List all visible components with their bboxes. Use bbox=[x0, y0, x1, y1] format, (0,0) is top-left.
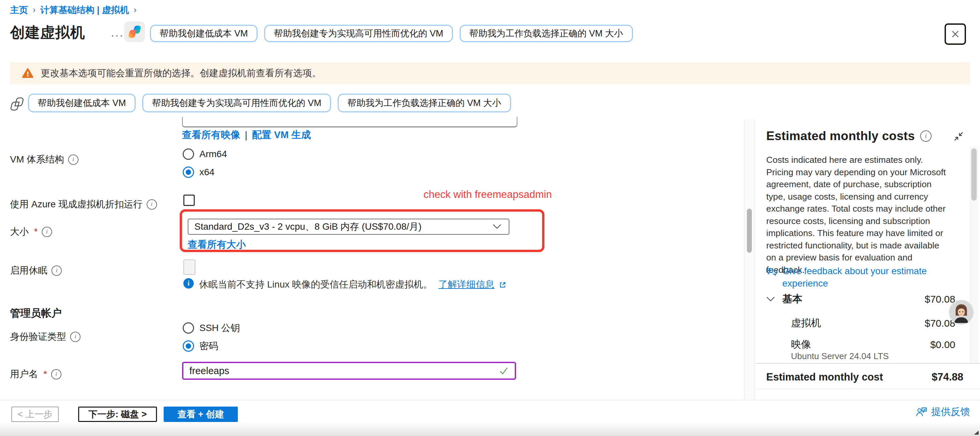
info-icon[interactable]: i bbox=[51, 265, 62, 276]
external-link-icon bbox=[499, 281, 506, 289]
spot-discount-label-text: 使用 Azure 现成虚拟机折扣运行 bbox=[10, 198, 143, 211]
cost-panel-description: Costs indicated here are estimates only.… bbox=[766, 154, 951, 276]
cost-item-row: 映像 $0.00 bbox=[791, 338, 955, 351]
close-button[interactable] bbox=[945, 23, 966, 45]
page-feedback-label: 提供反馈 bbox=[931, 405, 970, 418]
warning-banner-text: 更改基本选项可能会重置所做的选择。创建虚拟机前查看所有选项。 bbox=[41, 67, 321, 80]
radio-circle-icon bbox=[183, 149, 194, 160]
panel-scrollbar-thumb[interactable] bbox=[971, 149, 977, 201]
admin-account-section-title: 管理员帐户 bbox=[10, 306, 62, 320]
panel-divider bbox=[756, 363, 980, 364]
username-value: freeleaps bbox=[189, 366, 229, 377]
info-icon[interactable]: i bbox=[68, 155, 78, 165]
spot-discount-checkbox[interactable] bbox=[183, 195, 195, 206]
suggestion-high-availability-vm-button[interactable]: 帮助我创建专为实现高可用性而优化的 VM bbox=[142, 94, 331, 112]
cost-panel-header: Estimated monthly costs i bbox=[766, 129, 932, 143]
spot-discount-label: 使用 Azure 现成虚拟机折扣运行 i bbox=[10, 198, 157, 211]
hibernate-note-body: 休眠当前不支持 Linux 映像的受信任启动和机密虚拟机。 bbox=[199, 279, 433, 289]
copilot-suggestions-top: 帮助我创建低成本 VM 帮助我创建专为实现高可用性而优化的 VM 帮助我为工作负… bbox=[150, 25, 633, 42]
estimate-feedback-label: Give feedback about your estimate experi… bbox=[782, 265, 940, 289]
next-disks-button[interactable]: 下一步: 磁盘 > bbox=[78, 407, 157, 422]
radio-password-label: 密码 bbox=[199, 340, 218, 352]
info-icon[interactable]: i bbox=[920, 130, 932, 142]
info-icon[interactable]: i bbox=[146, 199, 157, 210]
valid-check-icon bbox=[499, 366, 509, 376]
breadcrumb-compute-infra[interactable]: 计算基础结构 | 虚拟机 bbox=[40, 4, 129, 16]
size-label: 大小 * i bbox=[10, 225, 52, 238]
suggestion-high-availability-vm-button[interactable]: 帮助我创建专为实现高可用性而优化的 VM bbox=[264, 25, 453, 42]
hibernate-label-text: 启用休眠 bbox=[10, 264, 48, 277]
cost-item-label: 虚拟机 bbox=[791, 316, 821, 330]
suggestion-right-vm-size-button[interactable]: 帮助我为工作负载选择正确的 VM 大小 bbox=[338, 94, 511, 112]
cost-item-value: $70.08 bbox=[924, 318, 955, 329]
required-asterisk: * bbox=[43, 369, 47, 380]
cost-group-row[interactable]: 基本 $70.08 bbox=[766, 292, 955, 306]
radio-x64-label: x64 bbox=[199, 167, 215, 177]
username-label: 用户名 * i bbox=[10, 368, 62, 380]
see-all-sizes-link[interactable]: 查看所有大小 bbox=[188, 238, 246, 251]
copilot-logo[interactable] bbox=[124, 21, 145, 42]
copilot-outline-icon bbox=[10, 96, 25, 112]
more-options-icon[interactable]: ··· bbox=[111, 29, 124, 41]
cost-item-subtext: Ubuntu Server 24.04 LTS bbox=[791, 351, 889, 361]
info-filled-icon: i bbox=[183, 278, 194, 289]
main-scrollbar-thumb[interactable] bbox=[747, 209, 752, 253]
create-vm-page: 主页 › 计算基础结构 | 虚拟机 › 创建虚拟机 ··· 帮助我创建低成本 V… bbox=[0, 0, 980, 436]
see-all-images-link[interactable]: 查看所有映像 bbox=[182, 128, 240, 142]
link-separator: | bbox=[245, 130, 248, 141]
required-asterisk: * bbox=[34, 226, 38, 237]
size-select[interactable]: Standard_D2s_v3 - 2 vcpu、8 GiB 内存 (US$70… bbox=[188, 219, 509, 235]
avatar[interactable] bbox=[949, 300, 973, 324]
breadcrumb-separator-icon: › bbox=[134, 5, 137, 15]
cost-total-value: $74.88 bbox=[932, 371, 963, 383]
configure-vm-generation-link[interactable]: 配置 VM 生成 bbox=[252, 128, 311, 142]
breadcrumb-home[interactable]: 主页 bbox=[10, 4, 28, 16]
collapse-panel-icon[interactable] bbox=[953, 131, 964, 142]
page-feedback-link[interactable]: 提供反馈 bbox=[916, 405, 970, 418]
image-links: 查看所有映像 | 配置 VM 生成 bbox=[182, 128, 311, 142]
radio-circle-icon bbox=[183, 166, 194, 178]
breadcrumb-separator-icon: › bbox=[33, 5, 36, 15]
username-input[interactable]: freeleaps bbox=[182, 362, 516, 380]
info-icon[interactable]: i bbox=[70, 332, 81, 342]
radio-ssh-key[interactable]: SSH 公钥 bbox=[183, 322, 240, 334]
radio-arm64-label: Arm64 bbox=[199, 149, 227, 160]
info-icon[interactable]: i bbox=[51, 369, 62, 380]
avatar-image bbox=[949, 300, 973, 324]
copilot-icon bbox=[127, 24, 142, 39]
radio-x64[interactable]: x64 bbox=[183, 166, 215, 178]
radio-circle-icon bbox=[183, 340, 194, 352]
breadcrumb: 主页 › 计算基础结构 | 虚拟机 › bbox=[10, 4, 137, 16]
hibernate-checkbox-disabled bbox=[183, 259, 196, 275]
radio-arm64[interactable]: Arm64 bbox=[183, 149, 227, 160]
cost-total-row: Estimated monthly cost $74.88 bbox=[766, 371, 963, 383]
warning-icon bbox=[21, 67, 34, 79]
hibernate-note-text: 休眠当前不支持 Linux 映像的受信任启动和机密虚拟机。 了解详细信息 bbox=[199, 278, 506, 291]
size-select-value: Standard_D2s_v3 - 2 vcpu、8 GiB 内存 (US$70… bbox=[194, 220, 422, 233]
cost-group-label: 基本 bbox=[782, 292, 802, 306]
review-create-button[interactable]: 查看 + 创建 bbox=[164, 407, 238, 422]
chevron-down-icon bbox=[766, 297, 775, 302]
radio-password[interactable]: 密码 bbox=[183, 340, 218, 352]
suggestion-low-cost-vm-button[interactable]: 帮助我创建低成本 VM bbox=[28, 94, 135, 112]
info-icon[interactable]: i bbox=[42, 227, 52, 237]
suggestion-low-cost-vm-button[interactable]: 帮助我创建低成本 VM bbox=[150, 25, 258, 42]
estimate-feedback-link[interactable]: Give feedback about your estimate experi… bbox=[766, 265, 940, 289]
previous-button[interactable]: < 上一步 bbox=[11, 407, 59, 422]
bottom-band bbox=[0, 422, 980, 436]
footer-divider bbox=[0, 400, 980, 400]
cost-panel-title: Estimated monthly costs bbox=[766, 129, 915, 143]
copilot-suggestions-inline: 帮助我创建低成本 VM 帮助我创建专为实现高可用性而优化的 VM 帮助我为工作负… bbox=[28, 94, 511, 112]
suggestion-right-vm-size-button[interactable]: 帮助我为工作负载选择正确的 VM 大小 bbox=[460, 25, 633, 42]
image-select-partial[interactable] bbox=[182, 117, 517, 128]
cost-group-value: $70.08 bbox=[924, 294, 955, 305]
vm-architecture-label-text: VM 体系结构 bbox=[10, 153, 64, 166]
main-scrollbar-track[interactable] bbox=[744, 119, 755, 400]
cost-total-label: Estimated monthly cost bbox=[766, 371, 883, 383]
cost-item-label: 映像 bbox=[791, 338, 811, 351]
vm-architecture-label: VM 体系结构 i bbox=[10, 153, 78, 166]
cost-item-row: 虚拟机 $70.08 bbox=[791, 316, 955, 330]
learn-more-link[interactable]: 了解详细信息 bbox=[438, 279, 494, 289]
radio-circle-icon bbox=[183, 322, 194, 334]
hibernate-note: i 休眠当前不支持 Linux 映像的受信任启动和机密虚拟机。 了解详细信息 bbox=[183, 278, 651, 291]
